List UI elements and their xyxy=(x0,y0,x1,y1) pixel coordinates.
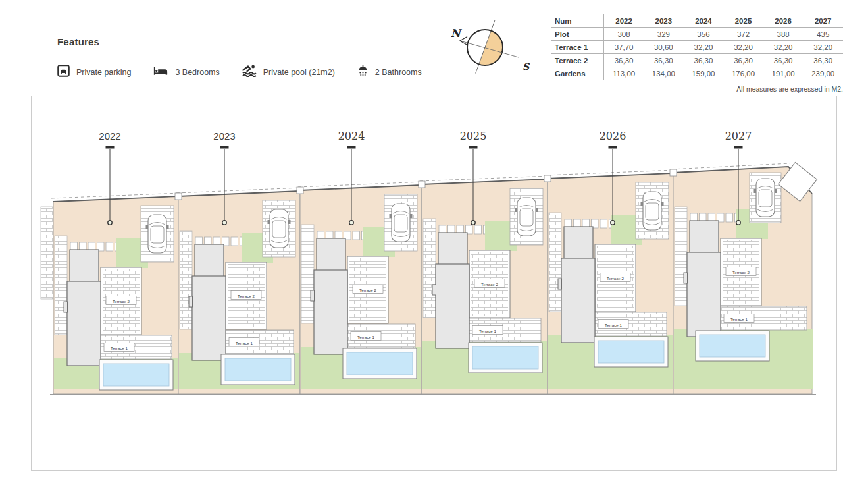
feature-pool: Private pool (21m2) xyxy=(242,65,335,80)
plan-svg: Terrace 2Terrace 12022Terrace 2Terrace 1… xyxy=(32,96,836,470)
table-cell: 388 xyxy=(763,28,804,41)
feature-label: 2 Bathrooms xyxy=(375,68,422,77)
table-header-cell: 2022 xyxy=(604,14,644,28)
pool xyxy=(225,358,291,381)
table-cell: 36,30 xyxy=(684,54,724,67)
plot-marker xyxy=(611,221,615,225)
house-notch xyxy=(558,279,562,289)
compass-north-label: N xyxy=(451,27,462,40)
table-row: Terrace 236,3036,3036,3036,3036,3036,30 xyxy=(551,54,843,67)
table-header-cell: 2027 xyxy=(803,14,843,28)
feature-label: Private pool (21m2) xyxy=(263,68,335,77)
car-mirror xyxy=(775,189,777,193)
terrace-label: Terrace 1 xyxy=(111,346,128,350)
leader-bar xyxy=(220,146,229,149)
leader-bar xyxy=(106,146,115,149)
plot-year-label: 2025 xyxy=(460,130,487,142)
plot-marker xyxy=(349,221,353,225)
table-cell: 36,30 xyxy=(803,54,843,67)
paving-strip xyxy=(549,213,561,312)
terrace-label: Terrace 1 xyxy=(357,335,374,339)
plot-marker xyxy=(471,221,475,225)
plot-2025: Terrace 2Terrace 12025 xyxy=(420,130,549,394)
terrace-label: Terrace 1 xyxy=(605,323,622,327)
table-row: Gardens113,00134,00159,00176,00191,00239… xyxy=(551,67,843,80)
table-row: Plot308329356372388435 xyxy=(551,28,843,41)
house-footprint xyxy=(64,250,101,366)
table-cell: 36,30 xyxy=(604,54,644,67)
house-notch xyxy=(311,290,315,301)
table-cell: 36,30 xyxy=(763,54,804,67)
plot-year-label: 2027 xyxy=(725,130,752,142)
measures-panel: Num202220232024202520262027Plot308329356… xyxy=(551,14,843,93)
table-cell: 329 xyxy=(644,28,684,41)
house-lower xyxy=(314,270,347,354)
plot-2023: Terrace 2Terrace 12023 xyxy=(176,130,302,394)
paving-strip xyxy=(675,207,687,306)
plot-2026: Terrace 2Terrace 12026 xyxy=(546,130,675,394)
plot-year-label: 2024 xyxy=(338,130,365,142)
slat xyxy=(353,231,360,240)
table-header-cell: 2024 xyxy=(684,14,724,28)
pool xyxy=(598,341,664,363)
features-row: Private parking 3 Bedrooms xyxy=(57,65,444,80)
terrace-label: Terrace 2 xyxy=(732,270,750,275)
feature-bedrooms: 3 Bedrooms xyxy=(153,65,219,79)
table-cell: 308 xyxy=(604,28,644,41)
house-lower xyxy=(687,252,721,337)
table-header-cell: Num xyxy=(551,14,604,28)
table-cell: 32,20 xyxy=(684,41,724,54)
row-label: Plot xyxy=(551,28,604,41)
table-cell: 176,00 xyxy=(723,67,763,80)
outer-wall xyxy=(41,207,53,299)
house-lower xyxy=(561,258,595,343)
features-legend: Features Private parking xyxy=(57,36,444,80)
house-upper xyxy=(690,221,719,254)
leader-bar xyxy=(609,146,617,149)
parking-icon xyxy=(57,65,70,80)
terrace-label: Terrace 2 xyxy=(607,276,624,281)
slat xyxy=(231,237,238,246)
terrace-label: Terrace 1 xyxy=(236,341,253,345)
leader-bar xyxy=(734,146,743,149)
house-notch xyxy=(64,302,68,312)
house-footprint xyxy=(432,233,469,348)
measures-table: Num202220232024202520262027Plot308329356… xyxy=(551,14,843,80)
paving-strip xyxy=(55,236,67,335)
divider-pillar xyxy=(175,193,182,200)
table-cell: 134,00 xyxy=(644,67,684,80)
car-mirror xyxy=(641,202,644,206)
car-mirror xyxy=(268,220,270,224)
house-upper xyxy=(195,244,224,277)
measures-note: All measures are expressed in M2. xyxy=(551,85,843,93)
table-header-cell: 2026 xyxy=(763,14,804,28)
terrace-label: Terrace 2 xyxy=(113,299,130,304)
table-cell: 239,00 xyxy=(803,67,843,80)
terrace-label: Terrace 1 xyxy=(730,317,748,321)
feature-label: 3 Bedrooms xyxy=(175,68,219,77)
plot-2024: Terrace 2Terrace 12024 xyxy=(298,130,424,394)
table-cell: 37,70 xyxy=(604,41,644,54)
table-cell: 113,00 xyxy=(604,67,644,80)
row-label: Gardens xyxy=(551,67,604,80)
plot-marker xyxy=(736,221,740,225)
plot-year-label: 2023 xyxy=(213,130,235,142)
car-icon xyxy=(754,179,777,217)
house-footprint xyxy=(558,227,595,343)
house-upper xyxy=(438,233,467,265)
terrace-label: Terrace 2 xyxy=(481,282,498,287)
paving-strip xyxy=(180,231,192,329)
house-upper xyxy=(564,227,593,260)
car-mirror xyxy=(166,225,169,229)
shower-icon xyxy=(357,65,369,80)
terrace-label: Terrace 2 xyxy=(238,294,255,298)
house-notch xyxy=(432,285,436,295)
car-mirror xyxy=(146,225,149,229)
pool xyxy=(103,364,169,386)
car-mirror xyxy=(536,208,538,212)
house-lower xyxy=(436,264,469,348)
car-icon xyxy=(268,209,291,248)
house-upper xyxy=(317,238,345,271)
paving-strip xyxy=(301,225,314,323)
pool xyxy=(347,352,413,375)
